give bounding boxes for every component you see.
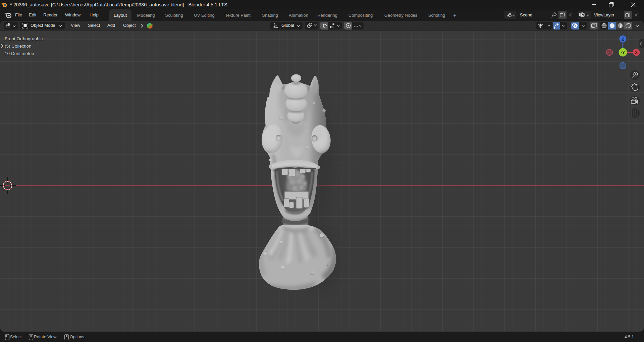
svg-text:Z: Z (622, 37, 624, 42)
svg-text:X: X (635, 50, 638, 55)
svg-text:-Y: -Y (621, 50, 625, 55)
